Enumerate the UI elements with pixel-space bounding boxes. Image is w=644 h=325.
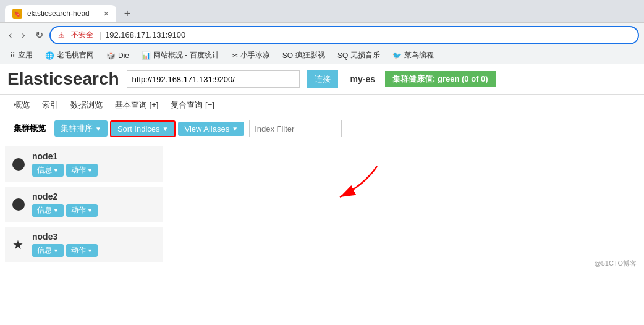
node2-indicator xyxy=(12,198,25,211)
bookmark-fk[interactable]: SO 疯狂影视 xyxy=(278,49,330,62)
toolbar-cluster-tab[interactable]: 集群概览 xyxy=(7,120,52,137)
node2-info: node2 信息 ▼ 动作 ▼ xyxy=(32,192,155,217)
node1-name: node1 xyxy=(32,151,155,161)
forward-btn[interactable]: › xyxy=(18,27,28,43)
nav-bar: ‹ › ↻ ⚠ 不安全 | 192.168.171.131:9100 xyxy=(0,22,644,47)
node3-info-arrow-icon: ▼ xyxy=(53,248,59,254)
new-tab-btn[interactable]: + xyxy=(119,5,136,22)
address-bar[interactable]: ⚠ 不安全 | 192.168.171.131:9100 xyxy=(49,26,639,44)
bookmark-fk-label: 疯狂影视 xyxy=(295,50,325,61)
die-icon: 🎲 xyxy=(106,51,116,60)
bookmark-cainiao-label: 菜鸟编程 xyxy=(404,50,434,61)
cluster-sort-button[interactable]: 集群排序 ▼ xyxy=(54,120,108,137)
music-icon: SQ xyxy=(337,51,348,60)
app-url-bar xyxy=(127,70,300,88)
app-content: Elasticsearch 连接 my-es 集群健康值: green (0 o… xyxy=(0,64,644,272)
cainiao-icon: 🐦 xyxy=(392,51,402,60)
active-tab[interactable]: 🔖 elasticsearch-head × xyxy=(5,5,116,22)
tab-favicon: 🔖 xyxy=(12,9,22,19)
bookmark-apps[interactable]: ⠿ 应用 xyxy=(5,49,38,62)
cluster-name: my-es xyxy=(350,74,375,84)
baidu-icon: 📊 xyxy=(142,51,151,60)
nav-index[interactable]: 索引 xyxy=(36,97,64,113)
node2-name: node2 xyxy=(32,192,155,201)
bookmark-xiaoshow[interactable]: ✂ 小手冰凉 xyxy=(227,49,275,62)
cluster-sort-arrow-icon: ▼ xyxy=(95,125,101,132)
node3-info: node3 信息 ▼ 动作 ▼ xyxy=(32,232,155,257)
node-row-1: node1 信息 ▼ 动作 ▼ xyxy=(5,146,163,182)
bookmark-laomao-label: 老毛桃官网 xyxy=(57,50,94,61)
laomao-icon: 🌐 xyxy=(45,51,54,60)
node1-action-arrow-icon: ▼ xyxy=(87,167,93,174)
node1-action-btn[interactable]: 动作 ▼ xyxy=(66,164,98,177)
security-icon: ⚠ xyxy=(58,31,65,40)
node-row-2: node2 信息 ▼ 动作 ▼ xyxy=(5,187,163,222)
fk-icon: SO xyxy=(282,51,293,60)
bookmark-baidu-label: 网站概况 - 百度统计 xyxy=(153,50,219,61)
browser-chrome: 🔖 elasticsearch-head × + ‹ › ↻ ⚠ 不安全 | 1… xyxy=(0,0,644,64)
view-aliases-arrow-icon: ▼ xyxy=(232,125,238,132)
node2-actions: 信息 ▼ 动作 ▼ xyxy=(32,204,155,217)
node2-action-btn[interactable]: 动作 ▼ xyxy=(66,204,98,217)
bookmarks-bar: ⠿ 应用 🌐 老毛桃官网 🎲 Die 📊 网站概况 - 百度统计 ✂ 小手冰凉 … xyxy=(0,47,644,64)
xiaoshow-icon: ✂ xyxy=(232,51,238,60)
node3-action-btn[interactable]: 动作 ▼ xyxy=(66,244,98,257)
node2-info-arrow-icon: ▼ xyxy=(53,208,59,214)
node1-info-arrow-icon: ▼ xyxy=(53,167,59,174)
node1-indicator xyxy=(12,158,25,171)
node1-actions: 信息 ▼ 动作 ▼ xyxy=(32,164,155,177)
app-nav: 概览 索引 数据浏览 基本查询 [+] 复合查询 [+] xyxy=(0,95,644,116)
toolbar: 集群概览 集群排序 ▼ Sort Indices ▼ View Aliases … xyxy=(0,116,644,141)
bookmark-music-label: 无损音乐 xyxy=(350,50,380,61)
nodes-container: node1 信息 ▼ 动作 ▼ node2 xyxy=(0,141,644,272)
node1-info-btn[interactable]: 信息 ▼ xyxy=(32,164,64,177)
nav-complex-query[interactable]: 复合查询 [+] xyxy=(164,97,220,113)
bookmark-baidu[interactable]: 📊 网站概况 - 百度统计 xyxy=(137,49,224,62)
sort-indices-arrow-icon: ▼ xyxy=(163,125,169,132)
address-text: 192.168.171.131:9100 xyxy=(105,30,630,40)
app-url-input[interactable] xyxy=(127,70,300,88)
node3-action-arrow-icon: ▼ xyxy=(87,248,93,254)
bookmark-die[interactable]: 🎲 Die xyxy=(101,50,134,61)
tab-bar: 🔖 elasticsearch-head × + xyxy=(0,0,644,22)
back-btn[interactable]: ‹ xyxy=(5,27,15,43)
nav-basic-query[interactable]: 基本查询 [+] xyxy=(109,97,164,113)
bookmark-music[interactable]: SQ 无损音乐 xyxy=(333,49,385,62)
node-row-3: ★ node3 信息 ▼ 动作 ▼ xyxy=(5,227,163,262)
reload-btn[interactable]: ↻ xyxy=(32,27,47,43)
nav-data-browse[interactable]: 数据浏览 xyxy=(64,97,109,113)
bookmark-xiaoshow-label: 小手冰凉 xyxy=(240,50,270,61)
index-filter-input[interactable] xyxy=(249,120,342,137)
tab-title: elasticsearch-head xyxy=(27,9,99,18)
node2-action-arrow-icon: ▼ xyxy=(87,208,93,214)
node3-indicator: ★ xyxy=(12,238,25,251)
bookmark-apps-label: 应用 xyxy=(18,50,33,61)
connect-button[interactable]: 连接 xyxy=(307,70,338,88)
security-warning-label: 不安全 xyxy=(69,30,96,40)
nav-overview[interactable]: 概览 xyxy=(7,97,36,113)
node1-info: node1 信息 ▼ 动作 ▼ xyxy=(32,151,155,177)
node2-info-btn[interactable]: 信息 ▼ xyxy=(32,204,64,217)
bookmark-die-label: Die xyxy=(118,51,129,60)
node3-info-btn[interactable]: 信息 ▼ xyxy=(32,244,64,257)
footer: @51CTO博客 xyxy=(595,259,637,268)
view-aliases-button[interactable]: View Aliases ▼ xyxy=(178,122,244,136)
tab-close-btn[interactable]: × xyxy=(104,9,109,19)
cluster-health-badge: 集群健康值: green (0 of 0) xyxy=(385,71,496,87)
sort-indices-button[interactable]: Sort Indices ▼ xyxy=(110,120,176,137)
node3-actions: 信息 ▼ 动作 ▼ xyxy=(32,244,155,257)
app-logo: Elasticsearch xyxy=(7,69,119,89)
bookmark-laomao[interactable]: 🌐 老毛桃官网 xyxy=(40,49,99,62)
node3-name: node3 xyxy=(32,232,155,242)
apps-icon: ⠿ xyxy=(10,51,15,60)
bookmark-cainiao[interactable]: 🐦 菜鸟编程 xyxy=(388,49,439,62)
footer-text: @51CTO博客 xyxy=(595,260,637,267)
app-header: Elasticsearch 连接 my-es 集群健康值: green (0 o… xyxy=(0,64,644,95)
